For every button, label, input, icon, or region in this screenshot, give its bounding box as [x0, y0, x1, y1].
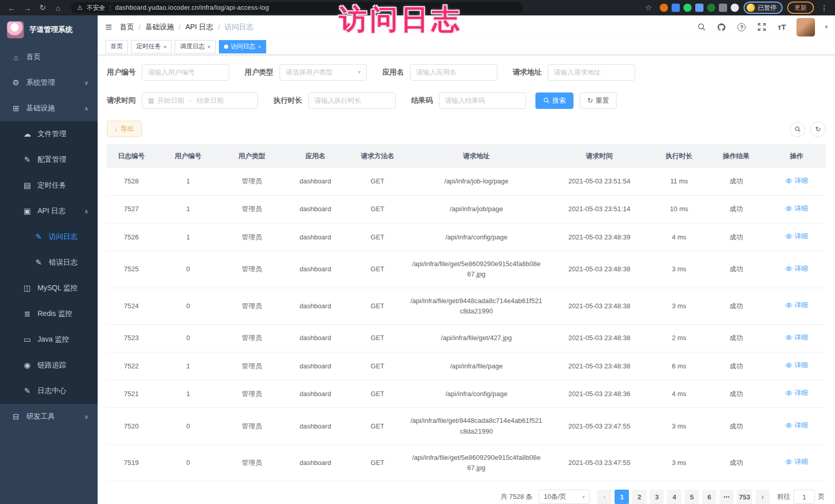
- tab-访问日志[interactable]: 访问日志×: [219, 40, 266, 53]
- export-button[interactable]: ↓ 导出: [107, 121, 142, 137]
- user-type-cell: 管理员: [220, 167, 283, 195]
- toggle-search-button[interactable]: [790, 122, 805, 137]
- user-id-input[interactable]: 请输入用户编号: [142, 64, 229, 81]
- tab-调度日志[interactable]: 调度日志×: [175, 40, 215, 53]
- sidebar-item-system[interactable]: ⚙系统管理∨: [0, 70, 98, 96]
- sidebar-item-job[interactable]: ▤定时任务: [0, 173, 98, 198]
- browser-reload-icon[interactable]: ↻: [36, 3, 49, 12]
- browser-home-icon[interactable]: ⌂: [51, 4, 65, 12]
- search-button[interactable]: 搜索: [535, 92, 573, 109]
- chevron-down-icon: ∨: [84, 80, 88, 86]
- profile-chip[interactable]: 已暂停: [744, 2, 783, 14]
- extension-icon[interactable]: [707, 4, 715, 12]
- detail-link[interactable]: 详细: [785, 457, 808, 467]
- date-range-picker[interactable]: ▦ 开始日期 - 结束日期: [142, 92, 258, 109]
- help-icon[interactable]: ?: [736, 22, 747, 32]
- page-button-4[interactable]: 4: [667, 490, 681, 504]
- bookmark-star-icon[interactable]: ☆: [642, 3, 655, 12]
- extension-icon[interactable]: [660, 4, 668, 12]
- page-button-2[interactable]: 2: [632, 490, 646, 504]
- tab-定时任务[interactable]: 定时任务×: [131, 40, 172, 53]
- sidebar-item-redis[interactable]: ≣Redis 监控: [0, 301, 98, 327]
- close-icon[interactable]: ×: [207, 44, 210, 50]
- log-id-cell: 7526: [107, 223, 156, 251]
- browser-menu-icon[interactable]: ⋮: [819, 4, 830, 12]
- hamburger-icon[interactable]: ≡: [98, 21, 120, 34]
- sidebar-item-infra[interactable]: ⊞基础设施∧: [0, 96, 98, 121]
- sidebar-item-label: 访问日志: [49, 232, 78, 241]
- filter-user-id: 用户编号 请输入用户编号: [107, 64, 229, 81]
- detail-link[interactable]: 详细: [785, 420, 808, 431]
- refresh-table-button[interactable]: ↻: [810, 122, 826, 137]
- detail-link[interactable]: 详细: [785, 176, 808, 186]
- sidebar-item-error-log[interactable]: ✎错误日志: [0, 250, 98, 275]
- method-cell: GET: [348, 288, 407, 324]
- method-cell: GET: [348, 167, 407, 195]
- detail-link[interactable]: 详细: [785, 360, 808, 370]
- result-code-input[interactable]: 请输入结果码: [439, 92, 526, 109]
- log-id-cell: 7527: [107, 195, 156, 223]
- sidebar-item-java[interactable]: ▭Java 监控: [0, 327, 98, 352]
- page-button-5[interactable]: 5: [684, 490, 699, 504]
- extension-icon[interactable]: [672, 4, 680, 12]
- next-page-button[interactable]: ›: [755, 490, 770, 504]
- extension-icon[interactable]: [683, 4, 692, 12]
- goto-page: 前往 1 页: [777, 490, 825, 504]
- tab-首页[interactable]: 首页: [105, 40, 128, 53]
- duration-cell: 4 ms: [653, 223, 705, 251]
- page-size-select[interactable]: 10条/页 ▾: [539, 490, 590, 504]
- detail-link[interactable]: 详细: [785, 231, 808, 241]
- column-header: 操作结果: [705, 144, 768, 167]
- sidebar-item-log-center[interactable]: ✎日志中心: [0, 378, 98, 404]
- duration-input[interactable]: 请输入执行时长: [308, 92, 396, 109]
- address-bar[interactable]: ⚠ 不安全 | dashboard.yudao.iocoder.cn/infra…: [71, 2, 523, 13]
- page-button-753[interactable]: 753: [737, 490, 752, 504]
- app-logo[interactable]: 芋道管理系统: [0, 15, 98, 44]
- extension-icon[interactable]: [719, 4, 727, 12]
- detail-link[interactable]: 详细: [785, 332, 808, 343]
- breadcrumb: 首页/基础设施/API 日志/访问日志: [120, 23, 253, 32]
- extension-icon[interactable]: [731, 4, 739, 12]
- request-url-input[interactable]: 请输入请求地址: [548, 64, 635, 81]
- user-type-select[interactable]: 请选择用户类型 ▾: [280, 64, 367, 81]
- browser-forward-icon[interactable]: →: [21, 4, 34, 12]
- detail-link[interactable]: 详细: [785, 388, 808, 398]
- extension-icon[interactable]: [695, 4, 703, 12]
- tab-label: 调度日志: [180, 42, 205, 51]
- sidebar-item-config[interactable]: ✎配置管理: [0, 147, 98, 173]
- breadcrumb-item[interactable]: 首页: [120, 23, 134, 32]
- address-divider: |: [109, 4, 111, 11]
- avatar-caret-icon[interactable]: ▾: [825, 24, 828, 30]
- close-icon[interactable]: ×: [163, 44, 166, 50]
- page-button-1[interactable]: 1: [615, 490, 629, 504]
- app-name-input[interactable]: 请输入应用名: [410, 64, 497, 81]
- close-icon[interactable]: ×: [258, 44, 261, 50]
- detail-link[interactable]: 详细: [785, 300, 808, 310]
- goto-page-input[interactable]: 1: [793, 490, 815, 504]
- detail-link[interactable]: 详细: [785, 203, 808, 214]
- header-search-icon[interactable]: [696, 22, 707, 32]
- user-avatar[interactable]: [796, 18, 815, 36]
- fullscreen-icon[interactable]: [756, 22, 767, 32]
- sidebar-item-file[interactable]: ☁文件管理: [0, 121, 98, 147]
- github-icon[interactable]: [716, 22, 727, 32]
- reset-button[interactable]: ↻ 重置: [580, 92, 617, 109]
- page-button-6[interactable]: 6: [702, 490, 716, 504]
- prev-page-button[interactable]: ‹: [597, 490, 611, 504]
- method-cell: GET: [348, 380, 407, 408]
- font-size-icon[interactable]: ᴛT: [776, 22, 787, 32]
- duration-cell: 6 ms: [653, 352, 705, 380]
- sidebar-item-api-log[interactable]: ▣API 日志∧: [0, 198, 98, 224]
- user-id-cell: 0: [156, 251, 220, 288]
- sidebar-item-trace[interactable]: ◉链路追踪: [0, 352, 98, 378]
- page-button-3[interactable]: 3: [650, 490, 664, 504]
- sidebar-item-home[interactable]: ⌂首页: [0, 44, 98, 70]
- browser-update-button[interactable]: 更新: [787, 2, 814, 14]
- breadcrumb-item[interactable]: 基础设施: [145, 23, 174, 32]
- sidebar-item-access-log[interactable]: ✎访问日志: [0, 224, 98, 250]
- breadcrumb-item[interactable]: API 日志: [185, 23, 213, 32]
- browser-back-icon[interactable]: ←: [5, 4, 18, 12]
- sidebar-item-mysql[interactable]: ◫MySQL 监控: [0, 275, 98, 301]
- detail-link[interactable]: 详细: [785, 264, 808, 274]
- sidebar-item-dev-tools[interactable]: ⊟研发工具∨: [0, 404, 98, 430]
